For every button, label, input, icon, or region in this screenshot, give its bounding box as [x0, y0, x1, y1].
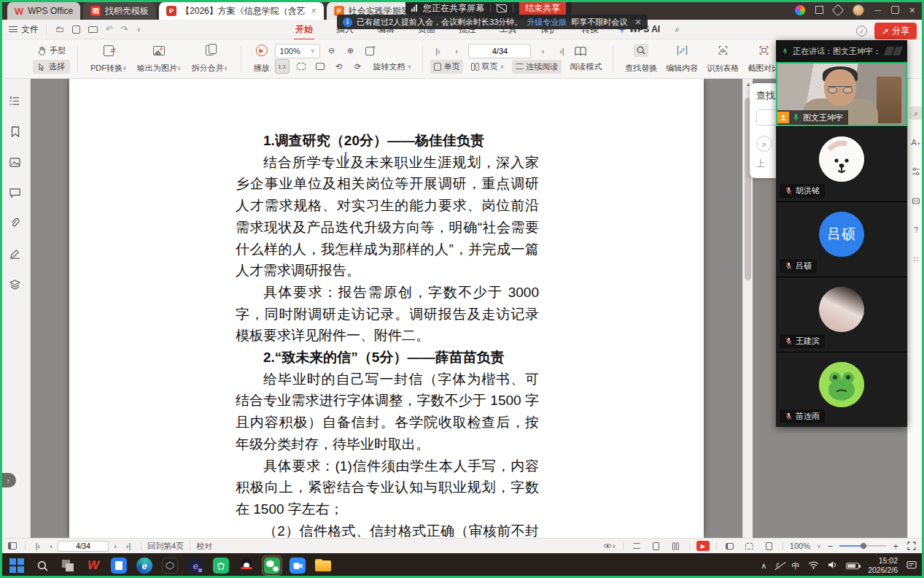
stop-share-button[interactable]: 结束共享: [519, 1, 566, 16]
taskbar-clock[interactable]: 15:022026/2/6: [868, 556, 898, 575]
maximize-button[interactable]: [891, 6, 899, 14]
participant-tile[interactable]: 王建滨: [776, 277, 907, 352]
taskbar-wechat-icon[interactable]: [263, 556, 282, 575]
tab-wps-office[interactable]: W WPS Office: [7, 2, 80, 20]
last-page-icon[interactable]: ›|: [122, 540, 135, 552]
page-indicator-input[interactable]: [468, 44, 531, 58]
fit-page-icon[interactable]: [763, 540, 776, 552]
menu-home[interactable]: 开始: [292, 22, 316, 37]
page-indicator-input[interactable]: [58, 541, 109, 552]
taskbar-search-button[interactable]: [33, 556, 52, 575]
prev-page-icon[interactable]: ‹: [449, 44, 464, 58]
wifi-icon[interactable]: [808, 561, 819, 571]
taskbar-mail-icon[interactable]: e: [186, 556, 205, 575]
read-mode-button[interactable]: 阅读模式: [566, 60, 605, 74]
double-page-view-icon[interactable]: [669, 540, 683, 552]
tab-docer-template[interactable]: 稻 找稻壳模板: [83, 2, 156, 20]
fit-width-icon[interactable]: [294, 59, 308, 74]
comment-icon[interactable]: [9, 187, 21, 199]
close-button[interactable]: ×: [909, 4, 915, 16]
print-icon[interactable]: [88, 26, 98, 33]
fit-window-icon[interactable]: [723, 540, 737, 552]
continuous-read-button[interactable]: 连续阅读: [512, 60, 562, 74]
start-button[interactable]: [7, 556, 26, 575]
find-search-icon[interactable]: ⌕: [756, 136, 772, 152]
taskbar-meeting-icon[interactable]: [288, 556, 307, 575]
account-avatar[interactable]: [853, 4, 864, 16]
monitor-off-icon[interactable]: [497, 4, 507, 12]
zoom-slider[interactable]: [839, 545, 886, 547]
night-mode-icon[interactable]: ☾: [775, 561, 783, 571]
undo-icon[interactable]: ↶: [106, 24, 113, 34]
taskbar-explorer-icon[interactable]: [314, 556, 333, 575]
volume-icon[interactable]: [828, 560, 837, 571]
chevron-down-icon[interactable]: ∨: [136, 26, 141, 33]
page-indicator-value[interactable]: [469, 45, 530, 58]
close-tab-icon[interactable]: ×: [311, 6, 317, 16]
next-page-icon[interactable]: ›: [535, 44, 550, 58]
assistant-icon[interactable]: [909, 194, 923, 207]
pdf-page[interactable]: 1.调查研究（20分）——杨佳佳负责 结合所学专业及未来职业生涯规划，深入家乡企…: [69, 79, 704, 538]
file-menu[interactable]: 文件: [0, 23, 46, 36]
page-indicator-value[interactable]: [58, 542, 108, 551]
open-icon[interactable]: 🗀: [55, 24, 64, 34]
layers-icon[interactable]: [9, 279, 21, 290]
ime-indicator[interactable]: 中: [791, 560, 799, 571]
taskbar-qq-icon[interactable]: [237, 556, 256, 575]
zoom-select[interactable]: 100%∨: [275, 44, 320, 58]
last-page-icon[interactable]: ›|: [554, 44, 569, 58]
zoom-in-icon[interactable]: ⊕: [343, 44, 358, 58]
hidden-icons-chevron[interactable]: ∧: [761, 561, 766, 571]
prev-page-icon[interactable]: ‹: [44, 540, 58, 552]
fit-page-icon[interactable]: [313, 59, 327, 74]
new-window-icon[interactable]: +: [362, 44, 377, 58]
battery-icon[interactable]: [846, 563, 859, 569]
search-menu-icon[interactable]: ⌕: [675, 24, 680, 34]
view-options-icon[interactable]: ∨: [603, 540, 616, 552]
find-replace-button[interactable]: 查找替换: [621, 42, 661, 75]
notification-center-icon[interactable]: [906, 560, 917, 571]
double-page-button[interactable]: 双页∨: [467, 60, 508, 74]
select-tool-button[interactable]: 选择: [33, 60, 70, 74]
image-icon[interactable]: [9, 156, 21, 168]
next-page-icon[interactable]: ›: [109, 540, 122, 552]
rotate-doc-button[interactable]: 旋转文档∨: [370, 60, 416, 74]
zoom-slider-knob[interactable]: [861, 543, 866, 549]
play-slideshow-button[interactable]: ▶: [696, 541, 710, 551]
find-input[interactable]: [756, 109, 776, 126]
redo-icon[interactable]: ↷: [121, 24, 128, 34]
participant-tile[interactable]: 胡洪铭: [776, 126, 907, 201]
first-page-icon[interactable]: |‹: [430, 44, 445, 58]
split-merge-button[interactable]: 拆分合并∨: [187, 42, 233, 75]
participant-tile[interactable]: 苗连雨: [776, 352, 907, 427]
sidebar-collapse-handle[interactable]: ›: [0, 473, 16, 488]
fullscreen-icon[interactable]: [905, 540, 918, 552]
signature-icon[interactable]: [9, 248, 21, 260]
first-page-icon[interactable]: |‹: [31, 540, 44, 552]
outline-icon[interactable]: [9, 95, 21, 107]
workspace-icon[interactable]: [832, 4, 845, 16]
single-page-view-icon[interactable]: [650, 540, 663, 552]
rotate-right-icon[interactable]: ⟳: [351, 59, 365, 74]
recognize-table-button[interactable]: 识别表格: [702, 42, 743, 75]
taskbar-wps-icon[interactable]: W: [84, 556, 103, 575]
translate-tool-icon[interactable]: A₊: [909, 136, 923, 149]
zoom-value[interactable]: 100%: [790, 542, 810, 550]
tab-pdf-document[interactable]: P 【2026】方案《信息学院（含艺 ×: [159, 2, 324, 20]
main-video-tile[interactable]: 图文王坤宇: [776, 62, 907, 126]
task-view-button[interactable]: [58, 556, 77, 575]
panel-toggle-icon[interactable]: [6, 540, 19, 552]
zoom-chevron-icon[interactable]: ∨: [817, 543, 821, 550]
help-icon[interactable]: ?: [909, 223, 923, 236]
actual-size-button[interactable]: 1:1: [275, 59, 290, 74]
settings-sliders-icon[interactable]: [909, 165, 923, 178]
find-prev-label[interactable]: 上: [756, 158, 776, 170]
edit-content-button[interactable]: 编辑内容: [661, 42, 702, 75]
more-tools-icon[interactable]: ∷: [909, 253, 923, 266]
play-button[interactable]: ▶ 播放: [249, 42, 275, 75]
zoom-out-icon[interactable]: ⊖: [325, 44, 339, 58]
rotate-left-icon[interactable]: ⟲: [332, 59, 346, 74]
theme-icon[interactable]: [795, 5, 805, 15]
layout-icon[interactable]: [815, 6, 823, 14]
zoom-out-button[interactable]: −: [828, 541, 834, 552]
